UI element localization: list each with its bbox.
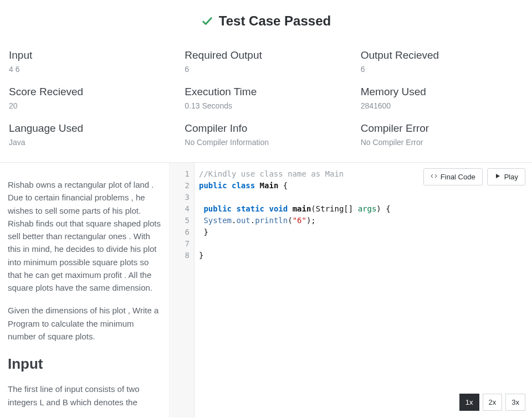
info-item: Output Recieved6 <box>361 49 523 74</box>
code-line: } <box>199 250 528 261</box>
code-icon <box>431 173 437 181</box>
info-label: Compiler Info <box>185 122 347 135</box>
speed-3x-button[interactable]: 3x <box>505 394 525 411</box>
code-line: } <box>199 226 528 238</box>
info-value: 6 <box>185 65 347 74</box>
info-label: Required Output <box>185 49 347 61</box>
check-icon <box>201 15 213 27</box>
info-item: Execution Time0.13 Seconds <box>185 86 347 110</box>
line-number: 2 <box>170 180 194 192</box>
info-value: Java <box>9 138 171 147</box>
play-label: Play <box>504 173 518 181</box>
info-item: Compiler ErrorNo Compiler Error <box>361 122 523 147</box>
info-label: Execution Time <box>185 86 347 98</box>
info-label: Language Used <box>9 122 171 135</box>
info-label: Score Recieved <box>9 86 171 98</box>
lower-area: Rishab owns a rectangular plot of land .… <box>0 163 532 417</box>
info-value: No Compiler Error <box>361 138 523 147</box>
code-line <box>199 238 528 250</box>
info-grid: Input4 6Required Output6Output Recieved6… <box>0 45 532 163</box>
line-number: 7 <box>170 238 194 250</box>
line-gutter: 12345678 <box>170 163 195 417</box>
line-number: 8 <box>170 250 194 261</box>
problem-input-paragraph: The first line of input consists of two … <box>8 383 161 409</box>
info-item: Score Recieved20 <box>9 86 171 110</box>
play-icon <box>494 173 501 181</box>
status-message: Test Case Passed <box>219 13 331 29</box>
code-editor[interactable]: //Kindly use class name as Mainpublic cl… <box>195 163 532 417</box>
line-number: 6 <box>170 226 194 238</box>
speed-1x-button[interactable]: 1x <box>459 394 479 411</box>
info-item: Language UsedJava <box>9 122 171 147</box>
speed-toggle: 1x2x3x <box>459 394 525 411</box>
info-item: Compiler InfoNo Compiler Information <box>185 122 347 147</box>
problem-input-heading: Input <box>8 353 161 375</box>
info-value: 4 6 <box>9 65 171 74</box>
problem-paragraph: Given the dimensions of his plot , Write… <box>8 304 161 343</box>
info-value: 0.13 Seconds <box>185 101 347 110</box>
line-number: 4 <box>170 203 194 215</box>
info-label: Compiler Error <box>361 122 523 135</box>
info-label: Output Recieved <box>361 49 523 61</box>
code-line <box>199 192 528 203</box>
code-line: System.out.println("6"); <box>199 215 528 226</box>
problem-pane: Rishab owns a rectangular plot of land .… <box>0 163 170 417</box>
info-item: Memory Used2841600 <box>361 86 523 110</box>
final-code-label: Final Code <box>441 173 475 181</box>
line-number: 3 <box>170 192 194 203</box>
info-value: No Compiler Information <box>185 138 347 147</box>
line-number: 1 <box>170 168 194 180</box>
speed-2x-button[interactable]: 2x <box>483 394 503 411</box>
play-button[interactable]: Play <box>487 168 525 185</box>
code-pane: 12345678 //Kindly use class name as Main… <box>170 163 532 417</box>
svg-marker-0 <box>496 174 500 178</box>
code-line: public static void main(String[] args) { <box>199 203 528 215</box>
problem-paragraph: Rishab owns a rectangular plot of land .… <box>8 178 161 294</box>
info-value: 20 <box>9 101 171 110</box>
info-label: Input <box>9 49 171 61</box>
code-actions: Final Code Play <box>423 168 525 185</box>
status-banner: Test Case Passed <box>0 0 532 45</box>
info-item: Required Output6 <box>185 49 347 74</box>
line-number: 5 <box>170 215 194 226</box>
info-label: Memory Used <box>361 86 523 98</box>
info-item: Input4 6 <box>9 49 171 74</box>
info-value: 2841600 <box>361 101 523 110</box>
final-code-button[interactable]: Final Code <box>423 168 483 185</box>
info-value: 6 <box>361 65 523 74</box>
